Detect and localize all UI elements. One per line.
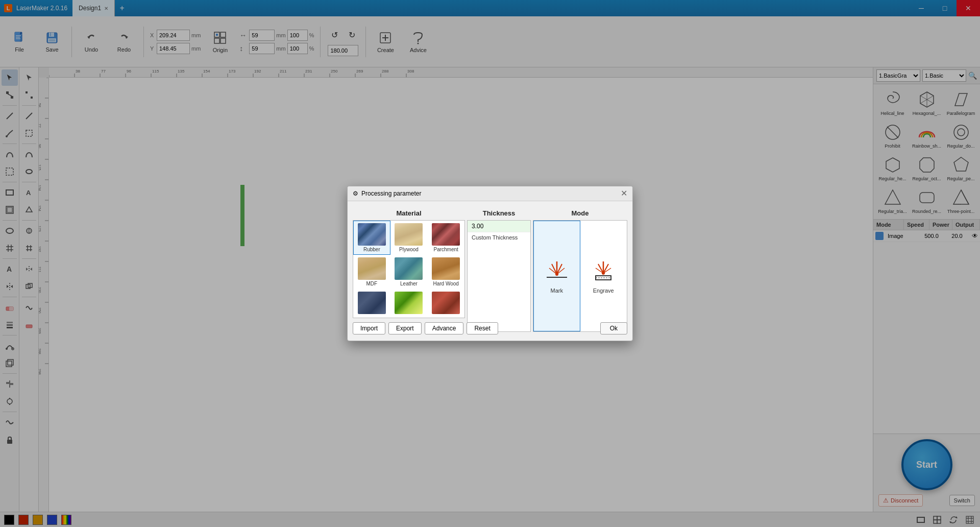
modal-title-bar: ⚙ Processing parameter ✕ xyxy=(348,186,632,201)
modal-title: ⚙ Processing parameter xyxy=(353,190,421,197)
material-hardwood[interactable]: Hard Wood xyxy=(427,255,464,289)
mode-header: Mode xyxy=(533,206,627,220)
modal-body: Material Rubber Plywood xyxy=(348,201,632,341)
thickness-custom[interactable]: Custom Thickness xyxy=(468,232,530,243)
advance-btn[interactable]: Advance xyxy=(425,322,464,334)
thickness-panel: 3.00 Custom Thickness xyxy=(467,220,531,332)
leather-thumb xyxy=(395,257,423,280)
mode-column: Mode xyxy=(533,206,627,318)
engrave-icon xyxy=(591,259,616,284)
mat7-thumb xyxy=(358,292,386,314)
material-mat9[interactable] xyxy=(427,289,464,318)
parchment-thumb xyxy=(432,223,460,246)
processing-parameter-dialog: ⚙ Processing parameter ✕ Material Rubber xyxy=(347,186,633,341)
material-mat8[interactable] xyxy=(390,289,428,318)
mark-icon xyxy=(544,259,570,284)
mat8-thumb xyxy=(395,292,423,314)
modal-title-text: Processing parameter xyxy=(361,190,421,197)
plywood-thumb xyxy=(395,223,423,246)
hardwood-thumb xyxy=(432,257,460,280)
plywood-label: Plywood xyxy=(399,247,419,252)
import-btn[interactable]: Import xyxy=(353,322,385,334)
reset-btn[interactable]: Reset xyxy=(467,322,498,334)
svg-line-165 xyxy=(557,264,562,274)
svg-line-164 xyxy=(552,264,557,274)
mdf-thumb xyxy=(358,257,386,280)
rubber-thumb xyxy=(358,223,386,246)
material-column: Material Rubber Plywood xyxy=(353,206,465,318)
mode-mark[interactable]: Mark xyxy=(533,221,580,331)
modal-columns: Material Rubber Plywood xyxy=(353,206,627,318)
export-btn[interactable]: Export xyxy=(388,322,422,334)
engrave-label: Engrave xyxy=(593,288,614,294)
thickness-header: Thickness xyxy=(467,206,531,220)
mdf-label: MDF xyxy=(366,281,377,286)
thickness-value[interactable]: 3.00 xyxy=(468,221,530,232)
mode-engrave[interactable]: Engrave xyxy=(580,221,627,331)
material-plywood[interactable]: Plywood xyxy=(390,221,428,255)
parchment-label: Parchment xyxy=(433,247,458,252)
modal-icon: ⚙ xyxy=(353,190,358,197)
hardwood-label: Hard Wood xyxy=(433,281,458,286)
leather-label: Leather xyxy=(400,281,418,286)
material-mdf[interactable]: MDF xyxy=(353,255,390,289)
modal-overlay: ⚙ Processing parameter ✕ Material Rubber xyxy=(0,0,980,527)
mark-label: Mark xyxy=(551,288,563,294)
material-grid: Rubber Plywood Parchment xyxy=(353,220,465,318)
thickness-column: Thickness 3.00 Custom Thickness xyxy=(467,206,531,318)
rubber-label: Rubber xyxy=(363,247,380,252)
material-leather[interactable]: Leather xyxy=(390,255,428,289)
mode-panel: Mark xyxy=(533,220,627,332)
mat9-thumb xyxy=(432,292,460,314)
svg-point-177 xyxy=(602,272,605,275)
material-header: Material xyxy=(353,206,465,220)
material-rubber[interactable]: Rubber xyxy=(353,221,390,255)
svg-point-169 xyxy=(555,273,558,276)
material-parchment[interactable]: Parchment xyxy=(427,221,464,255)
material-mat7[interactable] xyxy=(353,289,390,318)
ok-btn[interactable]: Ok xyxy=(600,322,627,334)
modal-close-btn[interactable]: ✕ xyxy=(621,189,627,198)
